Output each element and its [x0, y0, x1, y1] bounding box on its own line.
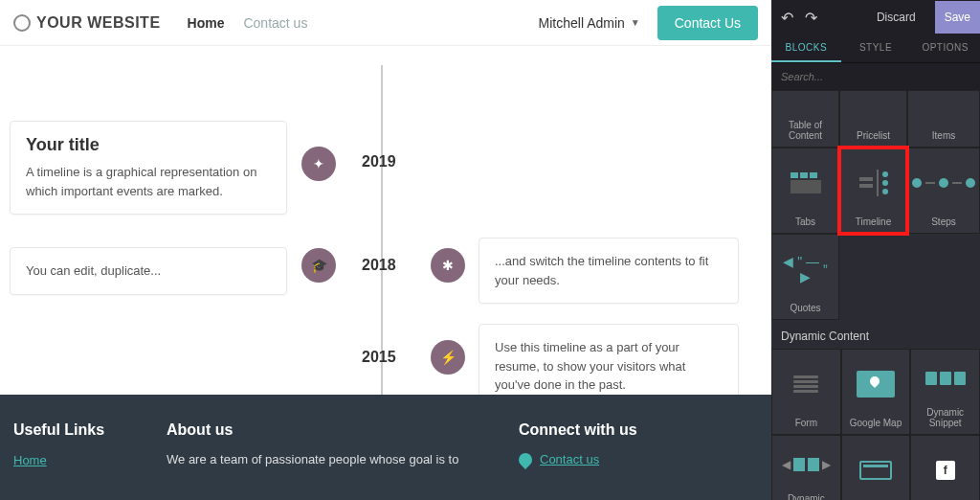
footer-head: Connect with us — [519, 421, 758, 439]
block-google-map[interactable]: Google Map — [841, 349, 911, 435]
main-nav: Home Contact us — [188, 15, 308, 31]
empty-cell — [839, 234, 907, 320]
quotes-preview-icon: ◀ " — „ ▶ — [776, 254, 835, 284]
nav-contact[interactable]: Contact us — [243, 15, 307, 31]
footer-link-home[interactable]: Home — [13, 453, 47, 467]
page-content[interactable]: Your title A timeline is a graphical rep… — [0, 46, 771, 395]
brand-name: YOUR WEBSITE — [36, 14, 161, 32]
block-label: Pricelist — [857, 130, 890, 141]
tab-blocks[interactable]: BLOCKS — [771, 34, 841, 62]
site-logo[interactable]: YOUR WEBSITE — [13, 14, 161, 32]
tab-style[interactable]: STYLE — [841, 34, 911, 62]
steps-preview-icon — [912, 178, 975, 188]
block-label: Items — [932, 130, 955, 141]
timeline-year: 2018 — [362, 257, 396, 274]
caret-down-icon: ▼ — [631, 17, 640, 28]
block-timeline[interactable]: Timeline — [839, 148, 907, 234]
facebook-preview-icon: f — [936, 461, 955, 480]
block-table-of-content[interactable]: Table of Content — [771, 90, 839, 148]
card-body: ...and switch the timeline contents to f… — [495, 252, 723, 289]
carousel-preview-icon: ◀▶ — [782, 458, 831, 471]
user-name: Mitchell Admin — [539, 15, 625, 31]
timeline-line — [381, 65, 383, 395]
block-items[interactable]: Items — [907, 90, 980, 148]
undo-icon[interactable]: ↶ — [781, 9, 793, 27]
block-label: Steps — [931, 216, 956, 227]
empty-cell — [907, 234, 980, 320]
block-tabs[interactable]: Tabs — [771, 148, 839, 234]
timeline-block[interactable]: Your title A timeline is a graphical rep… — [0, 46, 771, 395]
footer-contact-link[interactable]: Contact us — [519, 452, 758, 466]
graduation-icon[interactable]: 🎓 — [301, 248, 336, 283]
block-dynamic-carousel[interactable]: ◀▶ Dynamic Carousel — [771, 435, 841, 500]
block-search-input[interactable] — [771, 63, 980, 90]
tabs-preview-icon — [791, 172, 821, 193]
footer-about: About us We are a team of passionate peo… — [167, 421, 480, 490]
block-quotes[interactable]: ◀ " — „ ▶ Quotes — [771, 234, 839, 320]
editor-toolbar: ↶ ↷ Discard Save — [771, 0, 980, 34]
block-label: Tabs — [795, 216, 815, 227]
block-label: Dynamic Carousel — [776, 493, 836, 500]
discard-button[interactable]: Discard — [877, 11, 916, 24]
snowflake-icon[interactable]: ✱ — [431, 248, 465, 283]
block-label: Timeline — [856, 216, 891, 227]
contact-us-button[interactable]: Contact Us — [657, 6, 758, 40]
timeline-card[interactable]: Your title A timeline is a graphical rep… — [10, 121, 287, 215]
card-body: Use this timeline as a part of your resu… — [495, 338, 723, 395]
timeline-year: 2015 — [362, 349, 396, 366]
bolt-icon[interactable]: ⚡ — [431, 340, 465, 375]
footer-links: Useful Links Home — [13, 421, 128, 490]
snippet-preview-icon — [925, 372, 966, 385]
block-form[interactable]: Form — [771, 349, 841, 435]
save-button[interactable]: Save — [935, 1, 980, 34]
editor-tabs: BLOCKS STYLE OPTIONS — [771, 34, 980, 63]
block-label: Dynamic Snippet — [915, 407, 975, 428]
tab-options[interactable]: OPTIONS — [910, 34, 980, 62]
nav-home[interactable]: Home — [188, 15, 225, 31]
contact-link-text: Contact us — [540, 452, 599, 466]
footer-about-text: We are a team of passionate people whose… — [167, 452, 480, 466]
footer-head: About us — [167, 421, 480, 439]
footer-head: Useful Links — [13, 421, 128, 439]
editor-sidebar: ↶ ↷ Discard Save BLOCKS STYLE OPTIONS Ta… — [771, 0, 980, 500]
block-steps[interactable]: Steps — [907, 148, 980, 234]
timeline-card[interactable]: Use this timeline as a part of your resu… — [479, 324, 739, 395]
topbar: YOUR WEBSITE Home Contact us Mitchell Ad… — [0, 0, 771, 46]
block-label: Table of Content — [776, 120, 835, 141]
footer: Useful Links Home About us We are a team… — [0, 395, 771, 500]
footer-connect: Connect with us Contact us — [519, 421, 758, 490]
block-label: Quotes — [790, 303, 820, 313]
blocks-list[interactable]: Table of Content Pricelist Items Tabs Ti… — [771, 90, 980, 500]
block-facebook[interactable]: f Facebook — [910, 435, 980, 500]
section-dynamic-content: Dynamic Content — [771, 320, 980, 349]
block-label: Form — [795, 418, 817, 428]
card-title: Your title — [26, 135, 271, 155]
block-label: Google Map — [850, 418, 902, 428]
form-preview-icon — [793, 375, 818, 393]
popup-preview-icon — [859, 461, 892, 480]
card-body: A timeline is a graphical representation… — [26, 163, 271, 200]
block-pricelist[interactable]: Pricelist — [839, 90, 907, 148]
block-dynamic-snippet[interactable]: Dynamic Snippet — [910, 349, 980, 435]
card-body: You can edit, duplicate... — [26, 261, 271, 281]
timeline-year: 2019 — [362, 153, 396, 170]
speech-bubble-icon — [516, 450, 535, 469]
timeline-dot-icon[interactable]: ✦ — [301, 147, 336, 181]
globe-icon — [13, 14, 31, 32]
redo-icon[interactable]: ↷ — [805, 9, 817, 27]
map-preview-icon — [857, 371, 895, 398]
block-popup[interactable]: Popup — [841, 435, 911, 500]
timeline-card[interactable]: ...and switch the timeline contents to f… — [479, 238, 739, 304]
timeline-card[interactable]: You can edit, duplicate... — [10, 247, 287, 295]
user-menu[interactable]: Mitchell Admin ▼ — [539, 15, 640, 31]
website-preview: YOUR WEBSITE Home Contact us Mitchell Ad… — [0, 0, 771, 500]
timeline-preview-icon — [859, 170, 888, 196]
